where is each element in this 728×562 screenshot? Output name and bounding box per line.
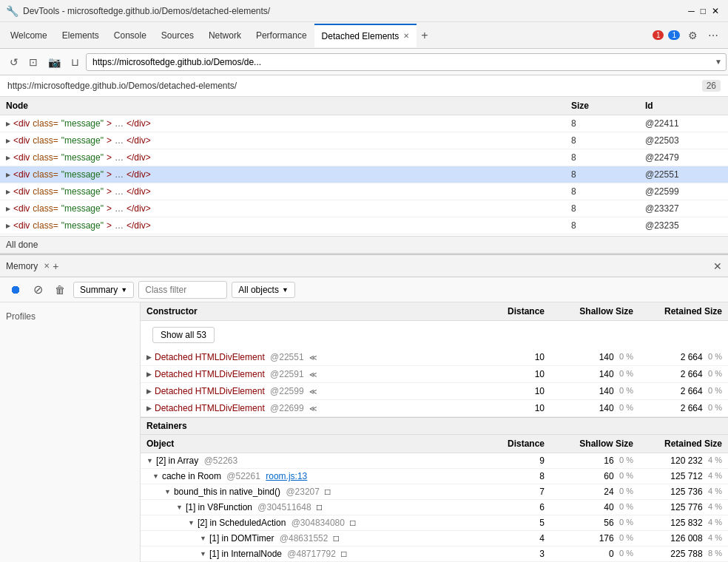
url-display: https://microsoftedge.github.io/Demos/de… [7,81,237,91]
table-header: Node Size Id [0,97,728,115]
table-row[interactable]: ▶<div class="message">…</div> 8@22411 [0,115,728,132]
constructor-row[interactable]: ▶Detached HTMLDivElement @22699 ≪ 10 140… [141,400,728,417]
close-button[interactable]: ✕ [712,6,719,16]
cast-button[interactable]: ⊔ [67,54,83,70]
address-bar[interactable] [86,53,727,71]
title-bar-text: DevTools - microsoftedge.github.io/Demos… [23,6,270,16]
link-icon[interactable]: ≪ [309,404,317,413]
show-all-button[interactable]: Show all 53 [152,327,215,343]
refresh-button[interactable]: ↺ [6,54,22,70]
title-bar: 🔧 DevTools - microsoftedge.github.io/Dem… [0,0,728,22]
column-header-size: Size [565,97,639,115]
object-table-header: Object Distance Shallow Size Retained Si… [141,435,728,453]
nav-bar: ↺ ⊡ 📷 ⊔ ▼ [0,49,728,75]
inspect-button[interactable]: ⊡ [25,54,41,70]
constructor-row[interactable]: ▶Detached HTMLDivElement @22551 ≪ 10 140… [141,349,728,366]
url-section: https://microsoftedge.github.io/Demos/de… [0,75,728,97]
col-constructor-header: Constructor [141,302,491,320]
table-row[interactable]: ▶<div class="message">…</div> 8@22479 [0,149,728,166]
col-retained-header: Retained Size [639,302,728,320]
delete-button[interactable]: 🗑 [51,282,69,298]
screenshot-button[interactable]: 📷 [44,54,64,70]
all-objects-label: All objects [238,285,279,295]
summary-dropdown[interactable]: Summary ▼ [73,282,134,298]
all-objects-dropdown-icon: ▼ [282,286,289,294]
memory-panel-close-button[interactable]: ✕ [713,260,722,272]
status-bar: All done [0,236,728,254]
summary-dropdown-icon: ▼ [121,286,127,294]
link-icon[interactable]: ≪ [309,353,317,362]
badge-blue: 1 [668,30,680,40]
retainers-header: Retainers [141,417,728,435]
col-obj-shallow-header: Shallow Size [550,435,639,453]
object-row[interactable]: ▼bound_this in native_bind() @23207 □ 7 … [141,484,728,500]
link-icon[interactable]: ≪ [309,387,317,396]
column-header-node: Node [0,97,565,115]
all-objects-dropdown[interactable]: All objects ▼ [232,282,295,298]
maximize-button[interactable]: □ [701,6,706,16]
tab-performance[interactable]: Performance [249,24,314,47]
table-row[interactable]: ▶<div class="message">…</div> 8@22599 [0,183,728,200]
class-filter-input[interactable] [138,281,227,299]
constructor-row[interactable]: ▶Detached HTMLDivElement @22599 ≪ 10 140… [141,383,728,400]
col-obj-distance-header: Distance [491,435,550,453]
tab-elements[interactable]: Elements [55,24,107,47]
memory-tab-add-button[interactable]: + [53,260,58,272]
tab-close-icon[interactable]: ✕ [403,32,409,40]
table-row-selected[interactable]: ▶<div class="message">…</div> 8@22551 [0,166,728,183]
object-row[interactable]: ▼[2] in ScheduledAction @304834080 □ 5 5… [141,515,728,531]
minimize-button[interactable]: ─ [688,6,695,16]
app-icon: 🔧 [6,5,18,17]
memory-content: Constructor Distance Shallow Size Retain… [141,302,728,562]
col-distance-header: Distance [491,302,550,320]
col-obj-retained-header: Retained Size [639,435,728,453]
table-body: ▶<div class="message">…</div> 8@22411 ▶<… [0,115,728,236]
memory-panel: Memory ✕ + ✕ ⏺ ⊘ 🗑 Summary ▼ All objects… [0,254,728,562]
object-row[interactable]: ▼[1] in V8Function @304511648 □ 6 40 0 %… [141,500,728,515]
table-row[interactable]: ▶<div class="message">…</div> 8@23327 [0,200,728,217]
badge-red: 1 [653,30,664,40]
profiles-label: Profiles [6,308,134,325]
memory-sidebar: Profiles [0,302,141,562]
object-row[interactable]: ▼[1] in InternalNode @48717792 □ 3 0 0 %… [141,546,728,562]
constructor-table-header: Constructor Distance Shallow Size Retain… [141,302,728,321]
memory-tab-close-icon[interactable]: ✕ [44,262,50,270]
browser-tab-bar: Welcome Elements Console Sources Network… [0,22,728,49]
more-button[interactable]: ⋯ [704,28,722,43]
tab-add-button[interactable]: + [417,29,432,42]
table-row[interactable]: ▶<div class="message">…</div> 8@22503 [0,132,728,149]
memory-toolbar: ⏺ ⊘ 🗑 Summary ▼ All objects ▼ [0,277,728,302]
detached-elements-table: Node Size Id ▶<div class="message">…</di… [0,97,728,236]
tab-console[interactable]: Console [107,24,154,47]
col-shallow-header: Shallow Size [550,302,639,320]
record-button[interactable]: ⏺ [6,281,25,299]
object-row[interactable]: ▼cache in Room @52261 room.js:13 8 60 0 … [141,469,728,484]
show-all-wrapper: Show all 53 [141,321,728,349]
memory-tab-bar: Memory ✕ + ✕ [0,255,728,277]
settings-button[interactable]: ⚙ [684,28,701,43]
clear-button[interactable]: ⊘ [30,280,47,299]
table-row[interactable]: ▶<div class="message">…</div> 8@23235 [0,217,728,234]
summary-label: Summary [80,285,118,295]
constructor-row[interactable]: ▶Detached HTMLDivElement @22591 ≪ 10 140… [141,366,728,383]
tab-sources[interactable]: Sources [154,24,201,47]
column-header-id: Id [639,97,728,115]
main-content: https://microsoftedge.github.io/Demos/de… [0,75,728,562]
tab-detached-elements[interactable]: Detached Elements ✕ [314,24,417,47]
col-object-header: Object [141,435,491,453]
room-link[interactable]: room.js:13 [266,471,307,481]
tab-network[interactable]: Network [201,24,249,47]
memory-main: Profiles Constructor Distance Shallow Si… [0,302,728,562]
count-badge: 26 [702,80,721,92]
object-row[interactable]: ▼[2] in Array @52263 9 16 0 % 120 232 4 … [141,453,728,469]
link-icon[interactable]: ≪ [309,370,317,379]
memory-tab-label: Memory [6,261,38,271]
tab-welcome[interactable]: Welcome [3,24,55,47]
address-dropdown-icon[interactable]: ▼ [715,58,722,66]
object-row[interactable]: ▼[1] in DOMTimer @48631552 □ 4 176 0 % 1… [141,531,728,546]
status-text: All done [6,240,38,250]
